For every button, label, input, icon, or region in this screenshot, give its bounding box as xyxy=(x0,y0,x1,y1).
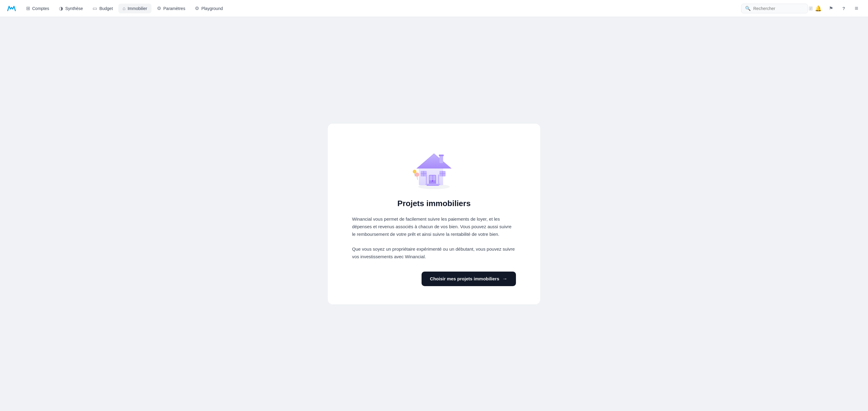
search-icon: 🔍 xyxy=(745,6,751,11)
svg-marker-3 xyxy=(416,153,452,169)
house-illustration xyxy=(410,142,458,190)
slash-key: / xyxy=(809,6,813,11)
svg-rect-24 xyxy=(438,175,439,184)
help-icon: ? xyxy=(842,6,845,11)
menu-button[interactable]: ≡ xyxy=(851,3,862,14)
svg-point-10 xyxy=(432,180,433,181)
comptes-icon: ⊞ xyxy=(26,5,30,11)
notification-button[interactable]: 🔔 xyxy=(813,3,824,14)
synthese-icon: ◑ xyxy=(59,5,63,11)
playground-icon: ⚙ xyxy=(195,5,199,11)
help-button[interactable]: ? xyxy=(838,3,849,14)
card-title: Projets immobiliers xyxy=(397,199,470,208)
search-input[interactable] xyxy=(753,6,806,11)
nav-item-budget[interactable]: ▭ Budget xyxy=(88,3,117,13)
search-bar[interactable]: 🔍 / xyxy=(741,4,808,13)
logo[interactable] xyxy=(6,3,17,14)
nav-item-parametres[interactable]: ⚙ Paramètres xyxy=(153,3,189,13)
flag-icon: ⚑ xyxy=(829,5,833,11)
svg-rect-6 xyxy=(439,155,444,156)
svg-point-20 xyxy=(413,170,416,173)
svg-rect-9 xyxy=(433,175,436,180)
svg-rect-23 xyxy=(426,175,427,184)
svg-line-21 xyxy=(417,177,417,180)
nav-item-playground[interactable]: ⚙ Playground xyxy=(191,3,227,13)
immobilier-icon: ⌂ xyxy=(123,6,126,11)
nav-item-synthese[interactable]: ◑ Synthèse xyxy=(55,3,87,13)
card-description: Winancial vous permet de facilement suiv… xyxy=(352,215,516,261)
main-content: Projets immobiliers Winancial vous perme… xyxy=(0,17,868,411)
main-nav: ⊞ Comptes ◑ Synthèse ▭ Budget ⌂ Immobili… xyxy=(0,0,868,17)
cta-button[interactable]: Choisir mes projets immobiliers → xyxy=(422,272,516,286)
budget-icon: ▭ xyxy=(93,5,97,11)
immobilier-card: Projets immobiliers Winancial vous perme… xyxy=(328,124,540,304)
nav-item-immobilier[interactable]: ⌂ Immobilier xyxy=(118,4,151,13)
flag-button[interactable]: ⚑ xyxy=(826,3,836,14)
bell-icon: 🔔 xyxy=(815,5,822,12)
nav-item-comptes[interactable]: ⊞ Comptes xyxy=(22,3,54,13)
nav-actions: 🔔 ⚑ ? ≡ xyxy=(813,3,862,14)
svg-rect-5 xyxy=(439,155,443,163)
svg-rect-0 xyxy=(6,3,17,14)
svg-rect-18 xyxy=(427,184,439,186)
svg-rect-8 xyxy=(429,175,432,180)
parametres-icon: ⚙ xyxy=(157,5,161,11)
arrow-icon: → xyxy=(502,276,507,282)
hamburger-icon: ≡ xyxy=(855,5,858,12)
